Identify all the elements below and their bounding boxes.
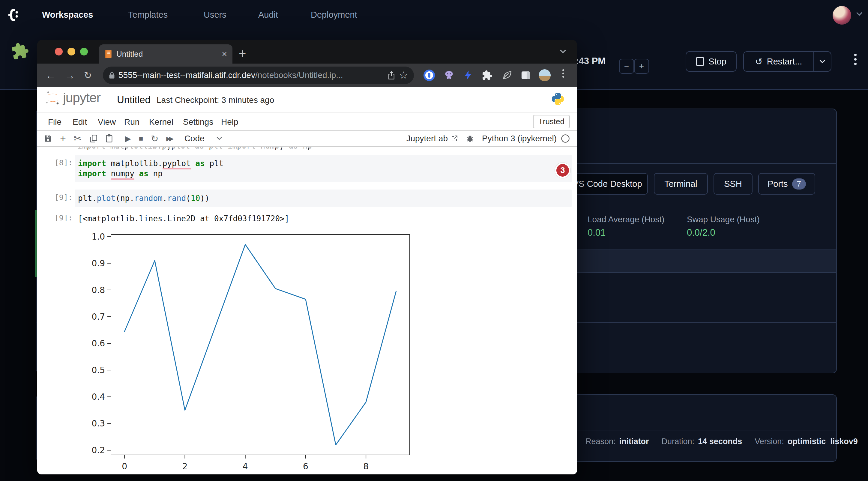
- cell-prompt: [9]:: [37, 190, 75, 207]
- stop-button[interactable]: Stop: [686, 51, 737, 72]
- load-average-label: Load Average (Host): [588, 215, 664, 224]
- tab-search-chevron-icon[interactable]: [560, 50, 566, 54]
- load-average-value: 0.01: [588, 227, 606, 238]
- swap-usage-label: Swap Usage (Host): [687, 215, 760, 224]
- svg-text:0.3: 0.3: [91, 419, 105, 428]
- maximize-window-button[interactable]: [80, 48, 88, 56]
- svg-text:0.7: 0.7: [91, 312, 105, 322]
- nav-item-deployment[interactable]: Deployment: [311, 10, 357, 20]
- version-label: Version:: [755, 437, 784, 446]
- kernel-name: Python 3 (ipykernel): [482, 134, 557, 143]
- user-avatar[interactable]: [833, 6, 851, 25]
- minimize-window-button[interactable]: [67, 48, 75, 56]
- svg-text:2: 2: [182, 461, 188, 472]
- address-bar[interactable]: 5555--main--test--matifali.atif.cdr.dev/…: [103, 67, 414, 84]
- svg-text:0.6: 0.6: [91, 339, 105, 348]
- bolt-extension-icon[interactable]: [463, 64, 473, 87]
- svg-text:0.2: 0.2: [91, 445, 105, 455]
- restart-label: Restart...: [767, 57, 802, 67]
- window-controls: [55, 48, 88, 56]
- python-logo-icon: [551, 92, 565, 106]
- browser-toolbar: ← → ↻ 5555--main--test--matifali.atif.cd…: [37, 64, 577, 87]
- jupyterlab-link[interactable]: JupyterLab: [406, 134, 458, 143]
- jupyterlab-label: JupyterLab: [406, 134, 448, 143]
- restart-run-all-button[interactable]: ▶▶: [166, 135, 172, 142]
- nav-item-workspaces[interactable]: Workspaces: [42, 10, 93, 20]
- menu-view[interactable]: View: [98, 117, 116, 127]
- cut-cell-button[interactable]: ✂: [74, 133, 82, 144]
- nav-item-templates[interactable]: Templates: [128, 10, 168, 20]
- github-octocat-extension-icon[interactable]: [443, 64, 455, 87]
- svg-text:0.4: 0.4: [91, 392, 105, 402]
- zoom-in-button[interactable]: +: [634, 59, 649, 74]
- screen: Workspaces Templates Users Audit Deploym…: [0, 0, 868, 481]
- browser-titlebar[interactable]: Untitled × +: [37, 40, 577, 64]
- restart-kernel-button[interactable]: ↻: [151, 133, 158, 144]
- nav-item-users[interactable]: Users: [204, 10, 226, 20]
- build-info-row: Reason: initiator Duration: 14 seconds V…: [586, 437, 858, 446]
- jupyter-header: jupyter Untitled Last Checkpoint: 3 minu…: [37, 87, 577, 113]
- swap-usage-value: 0.0/2.0: [687, 227, 715, 238]
- save-button[interactable]: [44, 134, 52, 143]
- menu-edit[interactable]: Edit: [72, 117, 87, 127]
- browser-profile-avatar[interactable]: [539, 64, 551, 87]
- jupyter-menubar: File Edit View Run Kernel Settings Help …: [37, 113, 577, 131]
- svg-text:1.0: 1.0: [91, 232, 105, 242]
- nav-item-audit[interactable]: Audit: [258, 10, 278, 20]
- menu-kernel[interactable]: Kernel: [149, 117, 173, 127]
- code-cell-row: [8]:import matplotlib.pyplot as pltimpor…: [37, 155, 572, 182]
- stop-icon: [696, 57, 704, 66]
- run-cell-button[interactable]: ▶: [125, 134, 131, 143]
- side-panel-extension-icon[interactable]: [521, 64, 531, 87]
- jupyter-favicon: [104, 50, 112, 59]
- reload-button[interactable]: ↻: [84, 64, 92, 87]
- tab-title: Untitled: [116, 50, 143, 59]
- ssh-button[interactable]: SSH: [714, 173, 752, 195]
- kernel-busy-badge[interactable]: 3: [555, 163, 570, 178]
- back-button[interactable]: ←: [45, 64, 56, 87]
- menu-settings[interactable]: Settings: [183, 117, 213, 127]
- tab-close-icon[interactable]: ×: [222, 49, 227, 59]
- zoom-out-button[interactable]: −: [619, 59, 634, 74]
- restart-icon: ↺: [755, 56, 763, 67]
- cell-type-dropdown[interactable]: Code: [184, 134, 222, 143]
- close-window-button[interactable]: [55, 48, 63, 56]
- browser-menu-kebab[interactable]: [560, 64, 566, 87]
- chevron-down-icon[interactable]: [856, 12, 863, 16]
- kernel-selector[interactable]: Python 3 (ipykernel): [482, 134, 570, 143]
- trusted-button[interactable]: Trusted: [533, 115, 570, 128]
- restart-options-button[interactable]: [813, 51, 831, 72]
- interrupt-kernel-button[interactable]: ■: [139, 134, 143, 143]
- notebook-cells: [8]:import matplotlib.pyplot as pltimpor…: [37, 151, 577, 224]
- reason-label: Reason:: [586, 437, 616, 446]
- reason-value: initiator: [619, 437, 649, 446]
- paste-cell-button[interactable]: [105, 134, 113, 143]
- cell-type-value: Code: [184, 134, 205, 143]
- forward-button[interactable]: →: [65, 64, 75, 87]
- share-icon[interactable]: [388, 71, 395, 80]
- svg-text:6: 6: [303, 461, 308, 472]
- code-editor[interactable]: import matplotlib.pyplot as pltimport nu…: [75, 155, 572, 182]
- svg-text:4: 4: [243, 461, 248, 472]
- workspace-menu-kebab[interactable]: [852, 52, 859, 67]
- jupyter-brand-text: jupyter: [63, 90, 100, 105]
- new-tab-button[interactable]: +: [239, 46, 246, 61]
- add-cell-button[interactable]: +: [60, 133, 66, 145]
- menu-run[interactable]: Run: [124, 117, 140, 127]
- notebook-title[interactable]: Untitled: [117, 94, 151, 105]
- jupyter-logo[interactable]: jupyter: [45, 90, 100, 105]
- svg-text:8: 8: [363, 461, 369, 472]
- leaf-extension-icon[interactable]: [501, 64, 512, 87]
- coder-logo-icon[interactable]: [5, 7, 22, 23]
- browser-tab[interactable]: Untitled ×: [99, 44, 232, 64]
- menu-help[interactable]: Help: [221, 117, 239, 127]
- debugger-bug-icon[interactable]: [466, 134, 474, 143]
- ports-button[interactable]: Ports 7: [758, 173, 815, 195]
- extensions-puzzle-icon[interactable]: [482, 64, 493, 87]
- code-editor[interactable]: plt.plot(np.random.rand(10)): [75, 190, 572, 207]
- copy-cell-button[interactable]: [90, 134, 97, 143]
- terminal-button[interactable]: Terminal: [654, 173, 708, 195]
- menu-file[interactable]: File: [48, 117, 61, 127]
- restart-button[interactable]: ↺ Restart...: [743, 51, 813, 72]
- onepassword-extension-icon[interactable]: [424, 64, 435, 87]
